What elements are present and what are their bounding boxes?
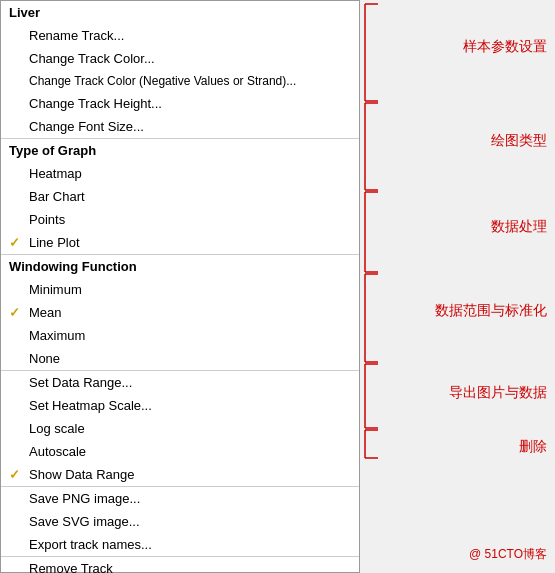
label-graph-type: 绘图类型 xyxy=(491,132,547,150)
section-sample: Liver Rename Track... Change Track Color… xyxy=(1,1,359,139)
context-menu: Liver Rename Track... Change Track Color… xyxy=(0,0,360,573)
menu-item-mean[interactable]: Mean xyxy=(1,301,359,324)
label-delete: 删除 xyxy=(519,438,547,456)
section-delete: Remove Track xyxy=(1,557,359,573)
section-liver-header: Liver xyxy=(1,1,359,24)
menu-item-change-track-color[interactable]: Change Track Color... xyxy=(1,47,359,70)
section-windowing-header: Windowing Function xyxy=(1,255,359,278)
menu-item-remove-track[interactable]: Remove Track xyxy=(1,557,359,573)
menu-item-export-track-names[interactable]: Export track names... xyxy=(1,533,359,556)
section-export: Save PNG image... Save SVG image... Expo… xyxy=(1,487,359,557)
label-data-range: 数据范围与标准化 xyxy=(435,302,547,320)
menu-item-points[interactable]: Points xyxy=(1,208,359,231)
watermark: @ 51CTO博客 xyxy=(469,546,547,563)
menu-item-rename-track[interactable]: Rename Track... xyxy=(1,24,359,47)
menu-item-bar-chart[interactable]: Bar Chart xyxy=(1,185,359,208)
menu-item-change-track-color-neg[interactable]: Change Track Color (Negative Values or S… xyxy=(1,70,359,92)
menu-item-maximum[interactable]: Maximum xyxy=(1,324,359,347)
menu-item-log-scale[interactable]: Log scale xyxy=(1,417,359,440)
section-windowing: Windowing Function Minimum Mean Maximum … xyxy=(1,255,359,371)
menu-item-show-data-range[interactable]: Show Data Range xyxy=(1,463,359,486)
menu-item-change-track-height[interactable]: Change Track Height... xyxy=(1,92,359,115)
menu-item-set-data-range[interactable]: Set Data Range... xyxy=(1,371,359,394)
bracket-lines-svg xyxy=(360,0,555,573)
menu-item-save-svg[interactable]: Save SVG image... xyxy=(1,510,359,533)
label-export: 导出图片与数据 xyxy=(449,384,547,402)
section-graph-type: Type of Graph Heatmap Bar Chart Points L… xyxy=(1,139,359,255)
label-data-processing: 数据处理 xyxy=(491,218,547,236)
section-data-range: Set Data Range... Set Heatmap Scale... L… xyxy=(1,371,359,487)
menu-item-heatmap[interactable]: Heatmap xyxy=(1,162,359,185)
menu-item-none[interactable]: None xyxy=(1,347,359,370)
menu-item-autoscale[interactable]: Autoscale xyxy=(1,440,359,463)
menu-item-set-heatmap-scale[interactable]: Set Heatmap Scale... xyxy=(1,394,359,417)
menu-item-change-font-size[interactable]: Change Font Size... xyxy=(1,115,359,138)
menu-item-line-plot[interactable]: Line Plot xyxy=(1,231,359,254)
label-sample-params: 样本参数设置 xyxy=(463,38,547,56)
menu-item-save-png[interactable]: Save PNG image... xyxy=(1,487,359,510)
menu-item-minimum[interactable]: Minimum xyxy=(1,278,359,301)
right-labels-panel: 样本参数设置 绘图类型 数据处理 数据范围与标准化 导出图片与数据 删除 @ 5… xyxy=(360,0,555,573)
section-graph-type-header: Type of Graph xyxy=(1,139,359,162)
